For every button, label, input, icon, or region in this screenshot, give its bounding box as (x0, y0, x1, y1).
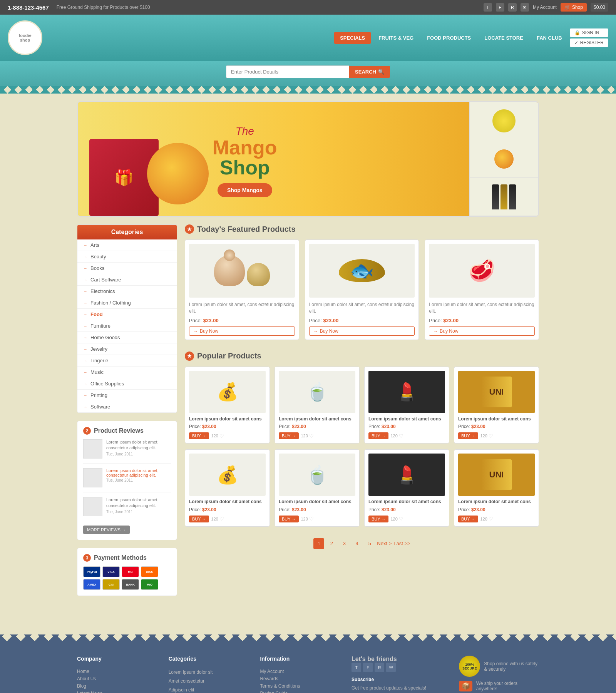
footer-link-blog[interactable]: Blog (77, 683, 157, 689)
featured-price-3: Price: $23.00 (429, 318, 535, 323)
footer-link-about[interactable]: About Us (77, 676, 157, 681)
fish-emoji: 🐟 (350, 259, 374, 282)
featured-buy-3[interactable]: →Buy Now (429, 326, 535, 336)
cat-item-food[interactable]: →Food (77, 309, 177, 320)
hero-line1: The (213, 125, 277, 137)
hero-line3: Shop (213, 157, 277, 177)
cat-item-beauty[interactable]: →Beauty (77, 251, 177, 263)
cat-item-lingerie[interactable]: →Lingerie (77, 355, 177, 367)
search-button[interactable]: SEARCH 🔍 (349, 66, 390, 78)
popular-buy-7[interactable]: BUY → (368, 516, 388, 522)
footer-link-news[interactable]: Latest News (77, 691, 157, 693)
my-account-link[interactable]: My Account (533, 5, 557, 10)
ship-icon: 📦 (459, 681, 472, 691)
register-button[interactable]: ✓ REGISTER (570, 38, 608, 47)
page-2[interactable]: 2 (326, 538, 337, 549)
popular-buy-8[interactable]: BUY → (458, 516, 478, 522)
popular-buy-1[interactable]: BUY → (189, 432, 209, 439)
footer-link-buying[interactable]: Buying Guide (260, 691, 340, 693)
more-reviews-button[interactable]: MORE REVIEWS → (83, 526, 130, 534)
cat-item-books[interactable]: →Books (77, 263, 177, 274)
cat-item-fashion[interactable]: →Fashion / Clothing (77, 297, 177, 309)
footer-email-icon[interactable]: ✉ (386, 663, 396, 672)
footer-link-rewards[interactable]: Rewards (260, 676, 340, 681)
footer-link-myaccount[interactable]: My Account (260, 669, 340, 674)
popular-img-2: 🍵 (279, 371, 355, 413)
popular-img-6: 🍵 (279, 454, 355, 496)
cat-item-homegoods[interactable]: →Home Goods (77, 332, 177, 343)
popular-card-3: 💄 Lorem ipsum dolor sit amet cons Price:… (364, 367, 449, 444)
nav-links: SPECIALS FRUITS & VEG FOOD PRODUCTS LOCA… (334, 28, 608, 47)
featured-icon: ★ (185, 224, 194, 234)
review-link-2[interactable]: Lorem ipsum dolor sit amet, consectetur … (106, 468, 171, 477)
treasure-emoji: 💰 (217, 382, 238, 402)
featured-price-2: Price: $23.00 (309, 318, 415, 323)
page-1[interactable]: 1 (313, 538, 324, 549)
featured-card-3: 🥩 Lorem ipsum dolor sit amet, cons ectet… (425, 239, 539, 340)
hero-wine-panel (469, 178, 538, 216)
footer-twitter-icon[interactable]: T (352, 663, 361, 672)
cat-item-printing[interactable]: →Printing (77, 390, 177, 401)
popular-buy-5[interactable]: BUY → (189, 516, 209, 522)
popular-title-6: Lorem ipsum dolor sit amet cons (279, 499, 355, 505)
twitter-icon[interactable]: T (484, 3, 492, 12)
cat-item-arts[interactable]: →Arts (77, 239, 177, 251)
logo[interactable]: foodie shop (8, 20, 42, 55)
featured-buy-2[interactable]: →Buy Now (309, 326, 415, 336)
popular-buy-4[interactable]: BUY → (458, 432, 478, 439)
rss-icon[interactable]: R (508, 3, 517, 12)
nav-food[interactable]: FOOD PRODUCTS (421, 32, 477, 44)
page-next[interactable]: Next > (377, 541, 392, 546)
cat-item-music[interactable]: →Music (77, 367, 177, 378)
popular-price-2: Price: $23.00 (279, 424, 355, 429)
nav-locate[interactable]: LOCATE STORE (479, 32, 529, 44)
sidebar: Categories →Arts →Beauty →Books →Cart So… (77, 224, 177, 604)
page-5[interactable]: 5 (364, 538, 375, 549)
cat-item-software[interactable]: →Software (77, 401, 177, 413)
page-3[interactable]: 3 (339, 538, 350, 549)
cat-item-jewelry[interactable]: →Jewelry (77, 343, 177, 355)
popular-card-7: 💄 Lorem ipsum dolor sit amet cons Price:… (364, 449, 449, 527)
popular-price-5: Price: $23.00 (189, 507, 266, 512)
popular-price-8: Price: $23.00 (458, 507, 535, 512)
citi-icon: Citi (102, 579, 120, 590)
nav-specials[interactable]: SPECIALS (334, 32, 371, 44)
fish-image: 🐟 (339, 259, 385, 282)
shop-mangos-button[interactable]: Shop Mangos (218, 183, 272, 197)
arrow-icon: → (83, 266, 87, 271)
footer-cat-text-3: Adipiscin elit (169, 686, 249, 693)
mastercard-icon: MC (122, 566, 139, 577)
hero-line2: Mango (213, 137, 277, 157)
popular-buy-3[interactable]: BUY → (368, 432, 388, 439)
cat-item-electronics[interactable]: →Electronics (77, 286, 177, 297)
review-date-2: Tue, June 2011 (106, 478, 171, 482)
footer-link-terms[interactable]: Terms & Conditions (260, 683, 340, 689)
page-4[interactable]: 4 (352, 538, 362, 549)
shipping-info: Free Ground Shipping for Products over $… (57, 5, 150, 10)
lemon-image (492, 109, 516, 132)
email-icon[interactable]: ✉ (521, 3, 529, 12)
featured-desc-2: Lorem ipsum dolor sit amet, cons ectetur… (309, 301, 415, 315)
facebook-icon[interactable]: F (496, 3, 504, 12)
paypal-icon: PayPal (83, 566, 100, 577)
moneyorder-icon: M/O (141, 579, 158, 590)
search-input[interactable] (226, 65, 349, 78)
nav-fanclub[interactable]: FAN CLUB (531, 32, 568, 44)
page-last[interactable]: Last >> (393, 541, 410, 546)
footer-facebook-icon[interactable]: F (363, 663, 373, 672)
footer-link-home[interactable]: Home (77, 669, 157, 674)
sign-in-button[interactable]: 🔒 SIGN IN (570, 28, 608, 37)
hero-mango (147, 143, 209, 204)
popular-buy-2[interactable]: BUY → (279, 432, 299, 439)
popular-buy-6[interactable]: BUY → (279, 516, 299, 522)
nav-fruits[interactable]: FRUITS & VEG (373, 32, 419, 44)
hero-side-panels (469, 102, 538, 216)
cat-item-cart[interactable]: →Cart Software (77, 274, 177, 286)
footer-rss-icon[interactable]: R (375, 663, 384, 672)
footer-inner: Company Home About Us Blog Latest News L… (77, 656, 539, 693)
heart-icon: ♡ (219, 433, 224, 439)
cart-button[interactable]: 🛒 Shop (561, 3, 587, 12)
featured-buy-1[interactable]: →Buy Now (189, 326, 295, 336)
cat-item-office[interactable]: →Office Supplies (77, 378, 177, 390)
cat-item-furniture[interactable]: →Furniture (77, 320, 177, 332)
